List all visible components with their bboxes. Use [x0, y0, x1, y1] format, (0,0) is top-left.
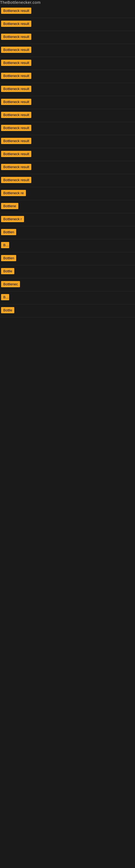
list-item: Bottleneck result [0, 18, 135, 31]
list-item: Bo [0, 239, 135, 252]
list-item: Bottlen [0, 226, 135, 239]
bottleneck-result-tag[interactable]: Bottleneck result [1, 86, 31, 92]
bottleneck-result-tag[interactable]: Bottle [1, 268, 14, 274]
list-item: Bottleneck result [0, 174, 135, 187]
bottleneck-result-tag[interactable]: Bottle [1, 307, 14, 313]
bottleneck-result-tag[interactable]: Bottleneck result [1, 73, 31, 79]
list-item: Bo [0, 291, 135, 304]
bottleneck-result-tag[interactable]: Bo [1, 242, 9, 248]
bottleneck-result-tag[interactable]: Bottleneck re [1, 190, 26, 196]
list-item: Bottle [0, 304, 135, 317]
bottleneck-result-tag[interactable]: Bottlene [1, 203, 18, 209]
bottleneck-result-tag[interactable]: Bottlen [1, 229, 16, 235]
bottleneck-result-tag[interactable]: Bottleneck result [1, 21, 31, 27]
list-item: Bottlene [0, 200, 135, 213]
list-item: Bottleneck result [0, 57, 135, 70]
bottleneck-result-tag[interactable]: Bottlenec [1, 281, 20, 287]
list-item: Bottle [0, 265, 135, 278]
bottleneck-result-tag[interactable]: Bottleneck result [1, 34, 31, 40]
list-item: Bottleneck result [0, 109, 135, 122]
list-item: Bottleneck re [0, 187, 135, 200]
bottleneck-result-tag[interactable]: Bottleneck result [1, 112, 31, 118]
list-item: Bottlen [0, 252, 135, 265]
bottleneck-result-tag[interactable]: Bottleneck result [1, 177, 31, 183]
bottleneck-result-tag[interactable]: Bottlen [1, 255, 16, 261]
bottleneck-result-tag[interactable]: Bottleneck result [1, 138, 31, 144]
list-item: Bottleneck result [0, 148, 135, 161]
list-item: Bottleneck result [0, 96, 135, 109]
bottleneck-result-tag[interactable]: Bottleneck result [1, 60, 31, 66]
list-item: Bottleneck result [0, 135, 135, 148]
bottleneck-result-tag[interactable]: Bottleneck result [1, 46, 31, 53]
list-item: Bottlenec [0, 278, 135, 291]
list-item: Bottleneck result [0, 44, 135, 57]
bottleneck-result-tag[interactable]: Bottleneck result [1, 164, 31, 170]
site-header: TheBottlenecker.com [0, 0, 135, 5]
bottleneck-result-tag[interactable]: Bottleneck result [1, 99, 31, 105]
bottleneck-result-tag[interactable]: Bottleneck result [1, 8, 31, 14]
list-item: Bottleneck result [0, 70, 135, 83]
list-item: Bottleneck result [0, 161, 135, 174]
bottleneck-result-tag[interactable]: Bottleneck result [1, 125, 31, 131]
list-item: Bottleneck result [0, 122, 135, 135]
bottleneck-result-tag[interactable]: Bottleneck r [1, 216, 24, 222]
bottleneck-result-tag[interactable]: Bottleneck result [1, 151, 31, 157]
bottleneck-result-tag[interactable]: Bo [1, 294, 9, 300]
list-item: Bottleneck result [0, 83, 135, 96]
list-item: Bottleneck r [0, 213, 135, 226]
list-item: Bottleneck result [0, 31, 135, 44]
